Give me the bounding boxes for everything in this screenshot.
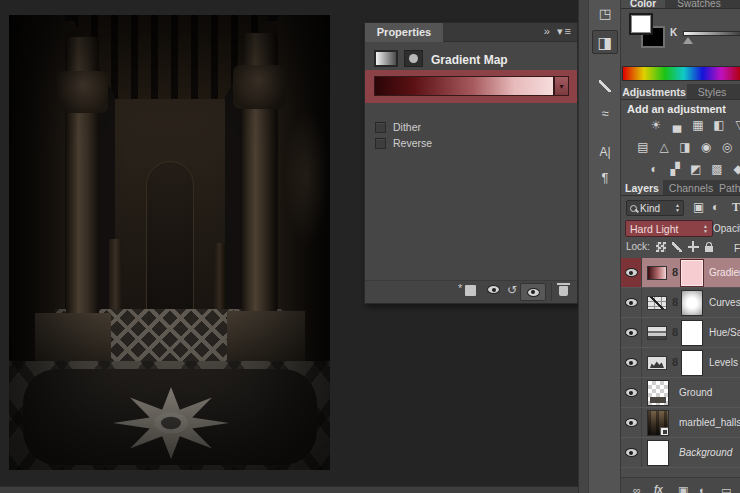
tab-styles[interactable]: Styles: [690, 84, 734, 99]
view-previous-state-icon[interactable]: [487, 285, 500, 294]
filter-adjustment-layers-icon[interactable]: ◐: [712, 200, 719, 214]
layer-row-ground[interactable]: Ground: [621, 378, 740, 408]
new-group-icon[interactable]: ▭: [721, 484, 731, 493]
layer-effects-icon[interactable]: fx: [654, 484, 663, 493]
lock-all-icon[interactable]: [705, 246, 713, 252]
visibility-eye-icon[interactable]: [625, 298, 638, 307]
black-and-white-icon[interactable]: ◨: [676, 139, 694, 155]
dither-label: Dither: [393, 121, 421, 133]
vibrance-icon[interactable]: ▽: [731, 117, 740, 133]
visibility-eye-icon[interactable]: [625, 358, 638, 367]
posterize-icon[interactable]: ▞: [666, 161, 684, 177]
channel-mixer-icon[interactable]: ◎: [718, 139, 736, 155]
add-layer-mask-icon[interactable]: ▣: [678, 484, 688, 493]
photo-filter-icon[interactable]: ◉: [697, 139, 715, 155]
reset-adjustment-icon[interactable]: ↺: [507, 283, 517, 297]
layer-row-marbled-halls[interactable]: marbled_halls_restr: [621, 408, 740, 438]
brush-panel-icon[interactable]: [589, 80, 621, 92]
clip-to-layer-icon[interactable]: [465, 285, 476, 296]
layer-name[interactable]: Gradient: [709, 267, 740, 278]
layer-mask-thumbnail[interactable]: [681, 320, 703, 346]
layer-row-levels[interactable]: 8 Levels 2: [621, 348, 740, 378]
layer-name[interactable]: Levels 2: [709, 357, 740, 368]
tab-properties[interactable]: Properties: [365, 23, 443, 42]
brightness-contrast-icon[interactable]: ☀: [647, 117, 665, 133]
mask-link-icon[interactable]: 8: [672, 356, 678, 368]
toggle-visibility-icon[interactable]: [520, 283, 546, 301]
gradient-preview-bar[interactable]: [374, 76, 554, 96]
paragraph-panel-icon[interactable]: ¶: [589, 170, 621, 185]
new-adjustment-layer-icon[interactable]: ◐: [699, 484, 706, 493]
panel-menu-icon[interactable]: ▾≡: [557, 25, 573, 37]
mask-link-icon[interactable]: 8: [672, 296, 678, 308]
layer-name[interactable]: Ground: [679, 387, 712, 398]
k-slider-handle[interactable]: [683, 37, 693, 44]
invert-icon[interactable]: ◐: [645, 161, 663, 177]
foreground-color-swatch[interactable]: [629, 13, 653, 35]
gradient-map-thumbnail[interactable]: [647, 266, 667, 280]
layer-name[interactable]: Hue/Satu: [709, 327, 740, 338]
smart-object-thumbnail[interactable]: [647, 410, 669, 436]
visibility-eye-icon[interactable]: [625, 388, 638, 397]
tab-channels[interactable]: Channels: [666, 180, 716, 195]
gradient-map-adj-icon[interactable]: ▩: [708, 161, 726, 177]
reverse-checkbox[interactable]: [375, 138, 386, 149]
layer-mask-thumbnail[interactable]: [681, 350, 703, 376]
canvas-vignette: [9, 15, 330, 470]
filter-type-layers-icon[interactable]: T: [732, 200, 740, 215]
brush-presets-panel-icon[interactable]: ≈: [589, 106, 621, 121]
mask-link-icon[interactable]: 8: [672, 326, 678, 338]
layer-thumbnail[interactable]: [647, 440, 669, 466]
mask-link-icon[interactable]: 8: [672, 266, 678, 278]
visibility-eye-icon[interactable]: [625, 328, 638, 337]
lock-position-icon[interactable]: [688, 241, 699, 252]
link-layers-icon[interactable]: ∞: [633, 484, 641, 493]
levels-icon[interactable]: ▄: [668, 117, 686, 133]
smart-object-badge: [660, 427, 669, 436]
hue-saturation-icon[interactable]: ▤: [634, 139, 652, 155]
clone-source-panel-icon[interactable]: ◳: [589, 6, 621, 21]
dither-checkbox[interactable]: [375, 122, 386, 133]
color-balance-icon[interactable]: △: [655, 139, 673, 155]
filter-pixel-layers-icon[interactable]: ▣: [693, 200, 704, 214]
selective-color-icon[interactable]: ◆: [729, 161, 740, 177]
gradient-map-icon: [374, 50, 398, 67]
layer-mask-thumbnail[interactable]: [681, 260, 703, 286]
threshold-icon[interactable]: ◩: [687, 161, 705, 177]
layers-footer: ∞ fx ▣ ◐ ▭: [621, 477, 740, 493]
gradient-picker-dropdown[interactable]: ▾: [554, 76, 569, 96]
tab-color[interactable]: Color: [621, 0, 665, 8]
mask-icon[interactable]: [404, 50, 423, 67]
layer-name[interactable]: marbled_halls_restr: [679, 417, 740, 428]
k-channel-slider[interactable]: [683, 31, 740, 36]
character-panel-icon[interactable]: A|: [589, 145, 621, 159]
layer-row-curves[interactable]: 8 Curves 1: [621, 288, 740, 318]
curves-thumbnail[interactable]: [647, 296, 667, 310]
tab-adjustments[interactable]: Adjustments: [621, 84, 687, 99]
layer-row-gradient-map[interactable]: 8 Gradient: [621, 258, 740, 288]
visibility-eye-icon[interactable]: [625, 448, 638, 457]
curves-icon[interactable]: ▦: [689, 117, 707, 133]
filter-kind-dropdown[interactable]: Kind ▲▼: [626, 200, 684, 216]
visibility-eye-icon[interactable]: [625, 268, 638, 277]
lock-pixels-icon[interactable]: [672, 242, 682, 252]
visibility-eye-icon[interactable]: [625, 418, 638, 427]
properties-panel-icon[interactable]: ◨: [592, 30, 618, 54]
layer-name[interactable]: Curves 1: [709, 297, 740, 308]
delete-adjustment-icon[interactable]: [559, 286, 568, 296]
collapse-panel-icon[interactable]: »: [544, 25, 552, 37]
tab-paths[interactable]: Paths: [719, 180, 740, 195]
layer-name[interactable]: Background: [679, 447, 732, 458]
exposure-icon[interactable]: ◧: [710, 117, 728, 133]
hue-saturation-thumbnail[interactable]: [647, 326, 667, 340]
layer-thumbnail[interactable]: [647, 380, 669, 406]
lock-transparency-icon[interactable]: [656, 242, 666, 252]
color-spectrum-ramp[interactable]: [622, 66, 740, 81]
levels-thumbnail[interactable]: [647, 356, 667, 370]
blend-mode-dropdown[interactable]: Hard Light ▲▼: [625, 220, 713, 237]
layer-row-background[interactable]: Background: [621, 438, 740, 468]
layer-mask-thumbnail[interactable]: [681, 290, 703, 316]
tab-layers[interactable]: Layers: [621, 180, 663, 195]
layer-row-hue-saturation[interactable]: 8 Hue/Satu: [621, 318, 740, 348]
tab-swatches[interactable]: Swatches: [668, 0, 730, 8]
